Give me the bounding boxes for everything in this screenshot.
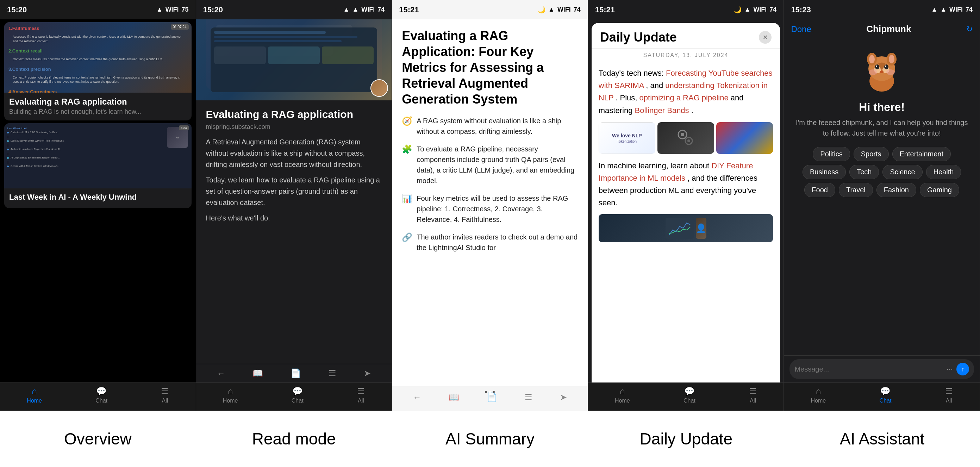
nav-chat-5[interactable]: 💬 Chat [880,386,892,403]
topic-science[interactable]: Science [883,165,922,179]
book-icon-3[interactable]: 📖 [449,392,459,402]
topic-business[interactable]: Business [802,165,846,179]
tl-item-5: Gemini with 2 Million Context Window Now… [7,165,110,167]
daily-bottom-img: 👤 [599,214,773,242]
topic-gaming[interactable]: Gaming [920,183,959,197]
share-icon-3[interactable]: ➤ [560,392,567,402]
nav-all-1[interactable]: ☰ All [161,386,169,403]
plus-text: . Plus, [616,93,639,102]
signal-icon-3: ▲ [548,6,555,13]
assistant-greeting: Hi there! [859,101,905,114]
timestamp-badge-1: 01:07:24 [171,24,189,30]
nav-home-5[interactable]: ⌂ Home [811,386,826,403]
chat-more-button[interactable]: ··· [947,365,953,374]
daily-modal: Daily Update ✕ SATURDAY, 13. JULY 2024 T… [592,23,780,398]
read-body-1: A Retrieval Augmented Generation (RAG) s… [206,136,382,170]
nav-all-label-1: All [162,398,168,404]
nav-home-4[interactable]: ⌂ Home [615,386,630,403]
nav-chat-2[interactable]: 💬 Chat [291,386,304,403]
gears-svg [675,128,697,148]
nav-home-1[interactable]: ⌂ Home [27,386,42,403]
label-read-mode: Read mode [196,411,392,467]
metric-context-precision: 3.Context precision [8,67,187,72]
nav-home-2[interactable]: ⌂ Home [223,386,238,403]
wifi-icon-4: WiFi [754,6,767,13]
refresh-button[interactable]: ↻ [966,25,973,34]
topic-politics[interactable]: Politics [813,147,850,161]
daily-date: SATURDAY, 13. JULY 2024 [592,49,780,62]
done-button[interactable]: Done [791,24,811,34]
read-mode-body: Evaluating a RAG application mlspring.su… [196,100,392,257]
share-icon[interactable]: ➤ [364,368,371,378]
topic-sports[interactable]: Sports [854,147,889,161]
back-arrow-icon[interactable]: ← [217,368,225,378]
svg-point-15 [885,65,886,67]
nav-chat-4[interactable]: 💬 Chat [684,386,695,403]
chat-input[interactable] [794,365,943,373]
link-bollinger[interactable]: Bollinger Bands [635,106,689,115]
topic-tech[interactable]: Tech [850,165,879,179]
topic-health[interactable]: Health [926,165,961,179]
tl-item-3: Anthropic Introduces Projects in Claude … [7,148,110,150]
screen-ai-summary: 15:21 🌙 ▲ WiFi 74 Evaluating a RAG Appli… [392,0,588,411]
doc-icon-3[interactable]: 📄 [487,392,497,402]
wifi-icon: WiFi [165,6,179,13]
article-card-rag[interactable]: 1.Faithfulness Assesses if the answer is… [4,22,192,120]
bullet-icon-2: 🧩 [402,144,412,154]
nav-all-4[interactable]: ☰ All [749,386,757,403]
battery-icon: 75 [182,6,189,13]
gears-thumb-content [657,122,714,154]
tech-news-intro: Today's tech news: [599,69,666,78]
all-icon-4: ☰ [749,386,757,396]
summary-bullet-3: 📊 Four key metrics will be used to asses… [402,193,578,225]
battery-icon-4: 74 [769,6,776,13]
chat-send-button[interactable]: ↑ [956,363,969,375]
topic-entertainment[interactable]: Entertainment [892,147,951,161]
svg-point-1 [681,133,684,136]
nav-chat-label-5: Chat [880,398,892,404]
bot-name-label: Chipmunk [866,24,911,35]
svg-point-8 [869,55,875,64]
metric-faithfulness: 1.Faithfulness [8,26,187,31]
doc-icon[interactable]: 📄 [291,368,301,378]
nav-chat-label-4: Chat [684,398,695,404]
daily-ml-text: In machine learning, learn about DIY Fea… [599,159,773,209]
svg-point-18 [886,69,895,75]
nav-all-5[interactable]: ☰ All [945,386,953,403]
bullet-text-2: To evaluate a RAG pipeline, necessary co… [417,144,578,186]
book-icon[interactable]: 📖 [253,368,263,378]
home-icon-5: ⌂ [816,386,821,396]
article-card-title-2: Last Week in AI - A Weekly Unwind [9,193,187,202]
nav-home-label-2: Home [223,398,238,404]
link-rag[interactable]: optimizing a RAG pipeline [640,93,729,102]
svg-point-16 [880,70,883,73]
moon-icon-4: 🌙 [734,6,741,14]
signal-icon: ▲ [156,6,163,13]
status-icons-1: ▲ WiFi 75 [156,6,189,13]
time-3: 15:21 [399,5,419,14]
topic-food[interactable]: Food [804,183,835,197]
bullet-icon-3: 📊 [402,194,412,204]
nav-all-label-5: All [946,398,952,404]
chart-thumb [665,218,694,239]
back-arrow-icon-3[interactable]: ← [413,392,421,402]
article-card-lastweek[interactable]: Last Week in AI Optimizes LLM + RAG Fine… [4,123,192,208]
nav-chat-1[interactable]: 💬 Chat [95,386,107,403]
list-icon-3[interactable]: ☰ [525,392,533,402]
close-button[interactable]: ✕ [759,31,772,44]
wifi-icon-2: WiFi [361,6,375,13]
status-bar-3: 15:21 🌙 ▲ WiFi 74 [392,0,588,19]
bottom-nav-2: ⌂ Home 💬 Chat ☰ All [196,383,392,411]
dot-s1 [485,391,487,393]
screen-ai-assistant: 15:23 ▲ ▲ WiFi 74 Done Chipmunk ↻ [784,0,980,411]
list-icon[interactable]: ☰ [329,368,336,378]
topic-fashion[interactable]: Fashion [877,183,916,197]
metric-text-3: Context Precision checks if relevant ite… [8,72,187,88]
topic-travel[interactable]: Travel [839,183,873,197]
chat-icon-5: 💬 [880,386,891,396]
article-card-subtitle-1: Building a RAG is not enough, let's lear… [9,108,187,116]
nav-all-2[interactable]: ☰ All [357,386,365,403]
time-4: 15:21 [595,5,615,14]
screen-overview: 15:20 ▲ WiFi 75 1.Faithfulness Assesses … [0,0,196,411]
tl-item-1: Optimizes LLM + RAG Fine-tuning for Best… [7,131,110,134]
